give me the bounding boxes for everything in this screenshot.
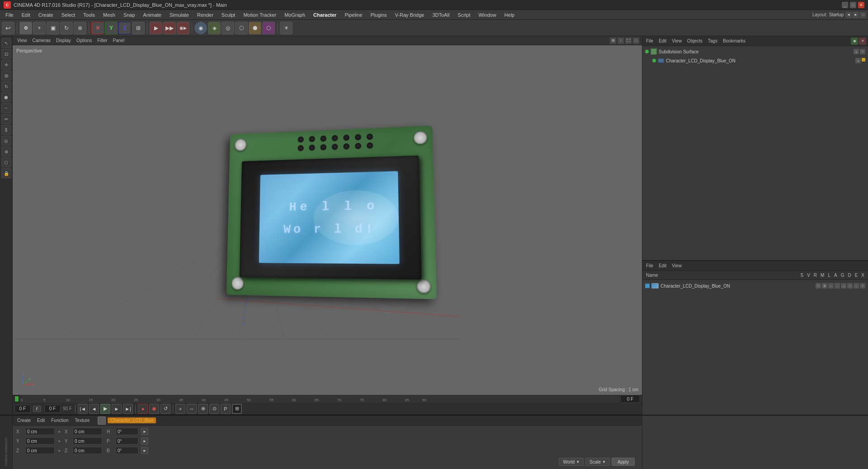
obj-manager-icon-2[interactable]: ✕: [859, 38, 866, 45]
obj-btn-6[interactable]: ⬡: [262, 22, 275, 34]
rect-select-button[interactable]: ▣: [47, 22, 59, 34]
tool-texture[interactable]: ⬡: [1, 157, 11, 167]
tool-rivet[interactable]: ⊕: [1, 147, 11, 156]
scale-mode-dropdown[interactable]: Scale ▼: [585, 458, 610, 466]
tool-pen[interactable]: ✏: [1, 114, 11, 124]
frame-end-input[interactable]: [620, 395, 640, 403]
tl-tool-4[interactable]: ⊙: [209, 404, 219, 414]
undo-button[interactable]: ↩: [2, 22, 14, 34]
obj-icon-render[interactable]: ⊙: [860, 49, 865, 54]
minimize-button[interactable]: _: [842, 2, 848, 8]
render-region-button[interactable]: ▣▶: [177, 22, 189, 34]
mat-toolbar-file[interactable]: File: [644, 263, 655, 268]
menu-create[interactable]: Create: [35, 11, 57, 19]
menu-simulate[interactable]: Simulate: [166, 11, 193, 19]
menu-plugins[interactable]: Plugins: [367, 11, 391, 19]
tool-arrow[interactable]: ↖: [1, 38, 11, 48]
coord-b-btn[interactable]: ►: [141, 447, 148, 454]
coord-y-pos-input[interactable]: [25, 437, 55, 445]
coord-z-pos-input[interactable]: [25, 447, 55, 454]
tl-tool-6[interactable]: ⊞: [232, 404, 242, 414]
menu-sculpt[interactable]: Sculpt: [218, 11, 239, 19]
menu-help[interactable]: Help: [501, 11, 519, 19]
obj-toolbar-edit[interactable]: Edit: [657, 38, 668, 43]
y-axis-button[interactable]: Y: [105, 22, 118, 34]
tool-spline[interactable]: ~: [1, 103, 11, 113]
current-frame-input[interactable]: [14, 405, 31, 413]
tool-rotate[interactable]: ↻: [1, 81, 11, 91]
bottom-tb-edit[interactable]: Edit: [35, 418, 47, 423]
obj-toolbar-file[interactable]: File: [644, 38, 655, 43]
obj-toolbar-objects[interactable]: Objects: [685, 38, 704, 43]
tool-magnet[interactable]: $: [1, 125, 11, 135]
tool-wrap[interactable]: ◎: [1, 136, 11, 146]
coord-h-btn[interactable]: ►: [141, 428, 148, 435]
play-button[interactable]: ▶: [100, 404, 110, 414]
mat-icon-8[interactable]: ✕: [860, 283, 865, 289]
mat-icon-5[interactable]: △: [841, 283, 846, 289]
menu-motion-tracker[interactable]: Motion Tracker: [240, 11, 280, 19]
bottom-tb-create[interactable]: Create: [15, 418, 33, 423]
viewport-ctrl-1[interactable]: ⊞: [610, 38, 616, 44]
add-button[interactable]: +: [33, 22, 46, 34]
layout-btn-3[interactable]: □: [860, 12, 866, 18]
obj-btn-2[interactable]: ◈: [208, 22, 221, 34]
maximize-button[interactable]: □: [850, 2, 856, 8]
menu-script[interactable]: Script: [454, 11, 474, 19]
obj-btn-3[interactable]: ◎: [222, 22, 234, 34]
step-back-button[interactable]: ◄: [89, 404, 99, 414]
bottom-tb-texture[interactable]: Texture: [73, 418, 92, 423]
render-view-button[interactable]: ▶: [150, 22, 162, 34]
apply-button[interactable]: Apply: [612, 458, 635, 466]
coord-p-input[interactable]: [116, 437, 138, 445]
world-mode-dropdown[interactable]: World ▼: [559, 458, 584, 466]
tl-tool-2[interactable]: ↔: [187, 404, 197, 414]
viewport-ctrl-2[interactable]: ↕: [618, 38, 624, 44]
menu-edit[interactable]: Edit: [18, 11, 34, 19]
x-axis-button[interactable]: ✕: [91, 22, 104, 34]
bottom-tb-function[interactable]: Function: [49, 418, 70, 423]
mat-icon-3[interactable]: ~: [828, 283, 834, 289]
obj-btn-5[interactable]: ⬟: [249, 22, 261, 34]
coord-x-pos-input[interactable]: [25, 428, 55, 435]
viewport-menu-cameras[interactable]: Cameras: [31, 38, 53, 43]
viewport-menu-view[interactable]: View: [15, 38, 29, 43]
mat-icon-1[interactable]: ⊙: [816, 283, 821, 289]
play-fps-btn[interactable]: F: [33, 406, 41, 412]
obj-manager-icon-1[interactable]: ◉: [851, 38, 858, 45]
go-end-button[interactable]: ►|: [123, 404, 133, 414]
live-select-button[interactable]: ⊙: [19, 22, 32, 34]
coord-z-scale-input[interactable]: [73, 447, 102, 454]
menu-mesh[interactable]: Mesh: [99, 11, 119, 19]
viewport-3d[interactable]: Perspective: [13, 45, 642, 395]
loop-btn[interactable]: ↺: [160, 404, 170, 414]
menu-tools[interactable]: Tools: [80, 11, 99, 19]
mat-icon-2[interactable]: ◉: [822, 283, 827, 289]
tool-select[interactable]: ⊡: [1, 49, 11, 59]
viewport-menu-display[interactable]: Display: [54, 38, 73, 43]
grid-button[interactable]: ⊞: [132, 22, 145, 34]
tl-tool-5[interactable]: P: [221, 404, 231, 414]
mat-toolbar-view[interactable]: View: [670, 263, 684, 268]
light-btn[interactable]: ☀: [280, 22, 292, 34]
obj-btn-4[interactable]: ⬡: [235, 22, 248, 34]
transport-frame-input[interactable]: [44, 405, 61, 413]
viewport-menu-filter[interactable]: Filter: [95, 38, 109, 43]
tool-lock[interactable]: 🔒: [1, 168, 11, 178]
z-axis-button[interactable]: Z: [118, 22, 131, 34]
menu-file[interactable]: File: [2, 11, 17, 19]
menu-render[interactable]: Render: [193, 11, 217, 19]
obj-icon-vis[interactable]: ●: [854, 49, 859, 54]
rotate-tool-button[interactable]: ↻: [60, 22, 73, 34]
menu-mograph[interactable]: MoGraph: [281, 11, 309, 19]
step-fwd-button[interactable]: ►: [112, 404, 122, 414]
layout-btn-1[interactable]: ◄: [845, 12, 852, 18]
coord-p-btn[interactable]: ►: [141, 437, 148, 445]
viewport-menu-panel[interactable]: Panel: [111, 38, 127, 43]
coord-h-input[interactable]: [116, 428, 138, 435]
scale-tool-button[interactable]: ⊕: [74, 22, 86, 34]
menu-window[interactable]: Window: [475, 11, 500, 19]
tool-move[interactable]: ✛: [1, 60, 11, 70]
menu-3dtoall[interactable]: 3DToAll: [429, 11, 453, 19]
obj-item-lcd-display[interactable]: Character_LCD_Display_Blue_ON ●: [643, 56, 867, 65]
